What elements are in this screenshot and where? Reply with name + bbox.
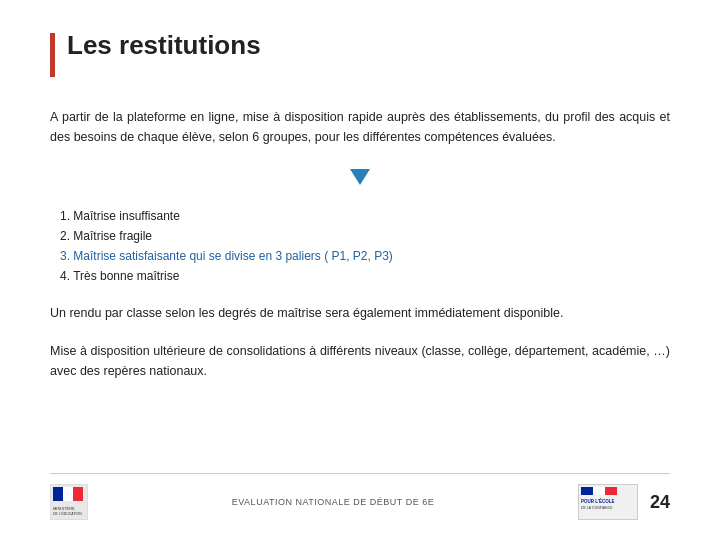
arrow-down-icon	[50, 169, 670, 185]
footer-right: POUR L'ÉCOLE DE LA CONFIANCE 24	[578, 484, 670, 520]
paragraph-3: Mise à disposition ultérieure de consoli…	[50, 341, 670, 381]
svg-rect-3	[73, 487, 83, 501]
footer-center-text: EVALUATION NATIONALE DE DÉBUT DE 6e	[88, 497, 578, 507]
svg-rect-9	[605, 487, 617, 495]
ecole-confiance-logo: POUR L'ÉCOLE DE LA CONFIANCE	[578, 484, 638, 520]
title-accent	[50, 33, 55, 77]
footer-logos-left: MINISTÈRE DE L'ÉDUCATION	[50, 484, 88, 520]
mastery-list: 1. Maîtrise insuffisante 2. Maîtrise fra…	[60, 207, 670, 285]
svg-text:POUR L'ÉCOLE: POUR L'ÉCOLE	[581, 497, 615, 504]
footer: MINISTÈRE DE L'ÉDUCATION EVALUATION NATI…	[50, 473, 670, 520]
paragraph-1: A partir de la plateforme en ligne, mise…	[50, 107, 670, 147]
slide-container: Les restitutions A partir de la platefor…	[0, 0, 720, 540]
content-area: A partir de la plateforme en ligne, mise…	[50, 107, 670, 473]
paragraph-2: Un rendu par classe selon les degrés de …	[50, 303, 670, 323]
svg-rect-2	[63, 487, 73, 501]
paragraph-2-text: Un rendu par classe selon les degrés de …	[50, 306, 563, 320]
svg-rect-1	[53, 487, 63, 501]
svg-text:MINISTÈRE: MINISTÈRE	[53, 506, 75, 511]
svg-text:DE LA CONFIANCE: DE LA CONFIANCE	[581, 506, 613, 510]
list-item-2: 2. Maîtrise fragile	[60, 227, 670, 245]
svg-rect-8	[593, 487, 605, 495]
svg-rect-7	[581, 487, 593, 495]
list-item-1: 1. Maîtrise insuffisante	[60, 207, 670, 225]
svg-text:DE L'ÉDUCATION: DE L'ÉDUCATION	[53, 511, 82, 516]
title-block: Les restitutions	[50, 30, 670, 77]
list-item-3: 3. Maîtrise satisfaisante qui se divise …	[60, 247, 670, 265]
page-number: 24	[650, 492, 670, 513]
slide-title: Les restitutions	[67, 30, 261, 61]
list-item-4: 4. Très bonne maîtrise	[60, 267, 670, 285]
marianne-logo: MINISTÈRE DE L'ÉDUCATION	[50, 484, 88, 520]
